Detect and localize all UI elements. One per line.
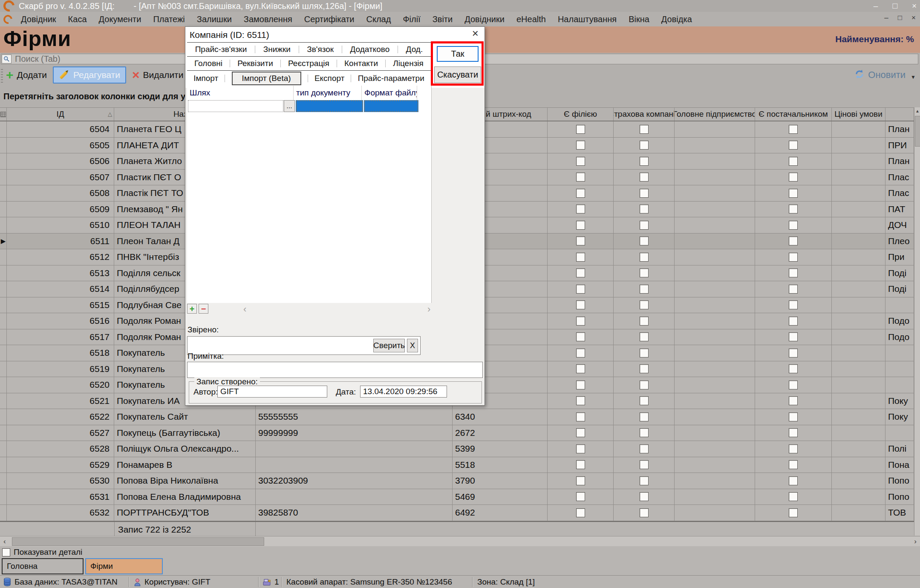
menu-item-9[interactable]: Філії (397, 14, 426, 24)
checkbox-insurance-company[interactable] (640, 236, 649, 245)
checkbox-insurance-company[interactable] (640, 157, 649, 166)
edit-button[interactable]: Редагувати (53, 66, 126, 84)
clear-button[interactable]: X (407, 339, 418, 352)
horizontal-scroll-thumb[interactable] (12, 537, 264, 546)
checkbox-is-supplier[interactable] (789, 317, 798, 326)
table-row-6528[interactable]: 6528Поліщук Ольга Олександро...5399Полі (0, 441, 914, 457)
doc-type-cell[interactable] (296, 100, 363, 112)
checkbox-is-branch[interactable] (576, 189, 585, 198)
checkbox-insurance-company[interactable] (640, 380, 649, 389)
vertical-scrollbar[interactable]: ▲ (914, 107, 920, 536)
checkbox-insurance-company[interactable] (640, 221, 649, 230)
import-column-header-1[interactable]: Шлях (187, 86, 294, 100)
checkbox-is-branch[interactable] (576, 125, 585, 134)
checkbox-insurance-company[interactable] (640, 253, 649, 262)
horizontal-scrollbar[interactable]: ‹ › (0, 536, 920, 546)
checkbox-is-supplier[interactable] (789, 141, 798, 150)
sort-ascending-icon[interactable]: △ (108, 111, 112, 117)
menu-item-6[interactable]: Замовлення (238, 14, 298, 24)
checkbox-insurance-company[interactable] (640, 141, 649, 150)
menu-item-11[interactable]: Довідники (459, 14, 510, 24)
checkbox-is-supplier[interactable] (789, 285, 798, 294)
dialog-tab-реквізити[interactable]: Реквізити (237, 59, 273, 68)
checkbox-insurance-company[interactable] (640, 460, 649, 469)
tab-main[interactable]: Головна (2, 558, 84, 574)
checkbox-is-branch[interactable] (576, 268, 585, 277)
menu-item-10[interactable]: Звіти (427, 14, 459, 24)
column-header-2[interactable]: ІД△ (7, 108, 114, 121)
checkbox-insurance-company[interactable] (640, 476, 649, 485)
date-field[interactable]: 13.04.2020 09:29:56 (360, 386, 447, 398)
column-header-6[interactable]: Є філією (548, 108, 614, 121)
remove-row-button[interactable]: − (199, 304, 208, 314)
dialog-tab-додатково[interactable]: Додатково (350, 45, 390, 54)
scroll-up-icon[interactable]: ▲ (914, 109, 920, 113)
menu-item-15[interactable]: Довідка (655, 14, 698, 24)
column-header-8[interactable]: Головне підприємство (675, 108, 755, 121)
checkbox-is-branch[interactable] (576, 508, 585, 517)
path-input[interactable] (188, 100, 283, 112)
author-field[interactable]: GIFT (217, 386, 327, 398)
checkbox-is-branch[interactable] (576, 285, 585, 294)
checkbox-is-branch[interactable] (576, 141, 585, 150)
cancel-button[interactable]: Скасувати (434, 66, 481, 83)
checkbox-is-supplier[interactable] (789, 380, 798, 389)
show-details-checkbox[interactable] (2, 548, 10, 556)
table-row-6529[interactable]: 6529Понамарев В5518Пона (0, 457, 914, 473)
menu-item-8[interactable]: Склад (360, 14, 397, 24)
checkbox-is-branch[interactable] (576, 173, 585, 182)
checkbox-is-branch[interactable] (576, 332, 585, 341)
table-row-6531[interactable]: 6531Попова Елена Владимировна5469Попо (0, 489, 914, 505)
checkbox-is-branch[interactable] (576, 428, 585, 437)
table-row-6530[interactable]: 6530Попова Віра Николаївна30322039093790… (0, 473, 914, 489)
checkbox-is-supplier[interactable] (789, 428, 798, 437)
checkbox-is-supplier[interactable] (789, 412, 798, 421)
checkbox-is-branch[interactable] (576, 157, 585, 166)
checkbox-is-branch[interactable] (576, 300, 585, 309)
dialog-tab-контакти[interactable]: Контакти (344, 59, 378, 68)
menu-item-7[interactable]: Сертифікати (298, 14, 361, 24)
checkbox-is-branch[interactable] (576, 396, 585, 405)
checkbox-is-supplier[interactable] (789, 364, 798, 373)
import-column-header-3[interactable]: Формат файлу (362, 86, 417, 100)
checkbox-is-supplier[interactable] (789, 173, 798, 182)
vertical-scroll-thumb[interactable] (915, 116, 920, 147)
mdi-minimize-button[interactable]: – (884, 14, 888, 22)
dialog-tab-імпорт-beta-[interactable]: Імпорт (Beta) (232, 72, 301, 85)
dialog-tab-імпорт[interactable]: Імпорт (193, 74, 218, 83)
menu-item-1[interactable]: Довідник (15, 14, 62, 24)
checkbox-is-supplier[interactable] (789, 125, 798, 134)
ok-button[interactable]: Так (437, 46, 479, 62)
column-header-10[interactable]: Цінові умови (832, 108, 885, 121)
checkbox-is-supplier[interactable] (789, 253, 798, 262)
checkbox-insurance-company[interactable] (640, 300, 649, 309)
checkbox-insurance-company[interactable] (640, 317, 649, 326)
checkbox-insurance-company[interactable] (640, 268, 649, 277)
menu-item-2[interactable]: Каса (62, 14, 93, 24)
column-header-11[interactable] (885, 108, 914, 121)
table-row-6522[interactable]: 6522Покупатель Сайт555555556340Поку (0, 409, 914, 425)
note-input[interactable] (187, 362, 483, 378)
checkbox-is-branch[interactable] (576, 205, 585, 213)
table-row-6532[interactable]: 6532ПОРТТРАНСБУД"ТОВ398258706492ТОВ (0, 505, 914, 521)
checkbox-insurance-company[interactable] (640, 412, 649, 421)
checkbox-is-branch[interactable] (576, 364, 585, 373)
checkbox-insurance-company[interactable] (640, 364, 649, 373)
dialog-tab-знижки[interactable]: Знижки (263, 45, 291, 54)
checkbox-is-branch[interactable] (576, 253, 585, 262)
refresh-dropdown-icon[interactable]: ▼ (911, 74, 916, 80)
import-column-header-2[interactable]: тип документу (294, 86, 362, 100)
dialog-tab-зв-язок[interactable]: Зв'язок (307, 45, 334, 54)
menu-item-4[interactable]: Платежі (147, 14, 190, 24)
close-button[interactable]: × (912, 1, 917, 11)
pager-prev-icon[interactable]: ‹ (243, 304, 246, 315)
checkbox-is-supplier[interactable] (789, 157, 798, 166)
verify-button[interactable]: Сверить (373, 339, 405, 352)
checkbox-insurance-company[interactable] (640, 492, 649, 501)
menu-item-5[interactable]: Залишки (191, 14, 238, 24)
pager-next-icon[interactable]: › (427, 304, 430, 315)
checkbox-is-supplier[interactable] (789, 189, 798, 198)
toolbar-grip[interactable] (1, 67, 3, 83)
checkbox-insurance-company[interactable] (640, 396, 649, 405)
checkbox-insurance-company[interactable] (640, 332, 649, 341)
